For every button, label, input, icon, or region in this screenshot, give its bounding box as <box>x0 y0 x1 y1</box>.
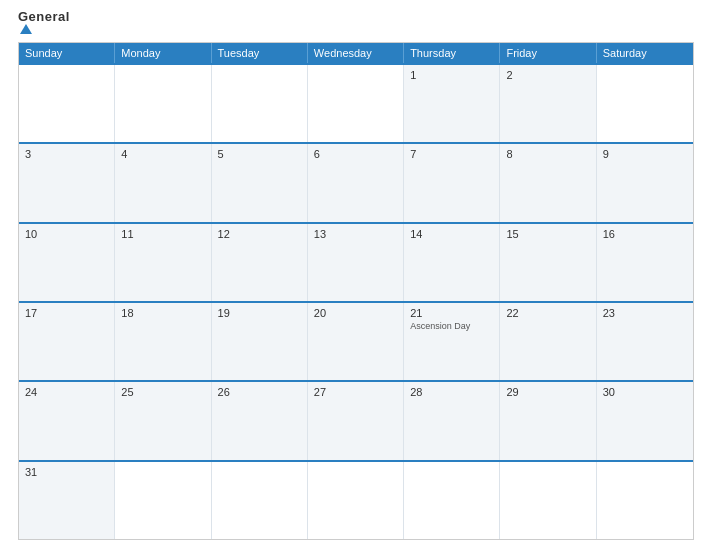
calendar-cell: 6 <box>308 144 404 221</box>
calendar-cell: 31 <box>19 462 115 539</box>
day-number: 1 <box>410 69 493 81</box>
calendar-cell: 17 <box>19 303 115 380</box>
logo: General <box>18 10 70 36</box>
day-number: 7 <box>410 148 493 160</box>
calendar-cell <box>212 65 308 142</box>
day-number: 2 <box>506 69 589 81</box>
day-number: 15 <box>506 228 589 240</box>
day-number: 4 <box>121 148 204 160</box>
calendar-week-1: 12 <box>19 63 693 142</box>
calendar-cell <box>500 462 596 539</box>
calendar-cell <box>404 462 500 539</box>
calendar-cell: 7 <box>404 144 500 221</box>
day-number: 8 <box>506 148 589 160</box>
calendar-grid: SundayMondayTuesdayWednesdayThursdayFrid… <box>18 42 694 540</box>
day-number: 30 <box>603 386 687 398</box>
day-number: 31 <box>25 466 108 478</box>
calendar-cell: 11 <box>115 224 211 301</box>
calendar-cell: 24 <box>19 382 115 459</box>
day-header-saturday: Saturday <box>597 43 693 63</box>
day-number: 21 <box>410 307 493 319</box>
calendar-cell <box>115 462 211 539</box>
day-header-thursday: Thursday <box>404 43 500 63</box>
calendar-cell: 20 <box>308 303 404 380</box>
calendar-cell: 23 <box>597 303 693 380</box>
calendar-week-5: 24252627282930 <box>19 380 693 459</box>
calendar-cell: 14 <box>404 224 500 301</box>
day-number: 25 <box>121 386 204 398</box>
calendar-header: SundayMondayTuesdayWednesdayThursdayFrid… <box>19 43 693 63</box>
day-number: 5 <box>218 148 301 160</box>
day-number: 23 <box>603 307 687 319</box>
calendar-cell <box>115 65 211 142</box>
day-number: 28 <box>410 386 493 398</box>
day-number: 11 <box>121 228 204 240</box>
day-number: 19 <box>218 307 301 319</box>
day-number: 24 <box>25 386 108 398</box>
day-header-monday: Monday <box>115 43 211 63</box>
calendar-cell: 22 <box>500 303 596 380</box>
calendar-cell: 19 <box>212 303 308 380</box>
logo-triangle-icon <box>20 24 32 34</box>
day-header-wednesday: Wednesday <box>308 43 404 63</box>
page-header: General <box>18 10 694 36</box>
calendar-cell <box>19 65 115 142</box>
day-number: 3 <box>25 148 108 160</box>
calendar-cell: 3 <box>19 144 115 221</box>
day-number: 6 <box>314 148 397 160</box>
calendar-cell: 28 <box>404 382 500 459</box>
calendar-cell <box>597 462 693 539</box>
day-header-friday: Friday <box>500 43 596 63</box>
calendar-week-4: 1718192021Ascension Day2223 <box>19 301 693 380</box>
calendar-cell: 30 <box>597 382 693 459</box>
calendar-cell: 12 <box>212 224 308 301</box>
calendar-page: General SundayMondayTuesdayWednesdayThur… <box>0 0 712 550</box>
day-number: 14 <box>410 228 493 240</box>
day-number: 29 <box>506 386 589 398</box>
calendar-cell: 5 <box>212 144 308 221</box>
calendar-cell: 4 <box>115 144 211 221</box>
calendar-cell <box>212 462 308 539</box>
calendar-cell: 2 <box>500 65 596 142</box>
calendar-cell: 8 <box>500 144 596 221</box>
day-number: 26 <box>218 386 301 398</box>
logo-general-text: General <box>18 10 70 23</box>
calendar-cell: 26 <box>212 382 308 459</box>
calendar-cell: 21Ascension Day <box>404 303 500 380</box>
day-number: 12 <box>218 228 301 240</box>
day-event: Ascension Day <box>410 321 493 332</box>
day-number: 17 <box>25 307 108 319</box>
day-number: 20 <box>314 307 397 319</box>
calendar-cell: 27 <box>308 382 404 459</box>
calendar-cell: 16 <box>597 224 693 301</box>
calendar-cell: 1 <box>404 65 500 142</box>
day-number: 10 <box>25 228 108 240</box>
calendar-cell <box>308 462 404 539</box>
day-number: 22 <box>506 307 589 319</box>
calendar-cell: 29 <box>500 382 596 459</box>
calendar-cell <box>308 65 404 142</box>
day-number: 18 <box>121 307 204 319</box>
day-header-sunday: Sunday <box>19 43 115 63</box>
day-number: 16 <box>603 228 687 240</box>
calendar-week-6: 31 <box>19 460 693 539</box>
calendar-week-3: 10111213141516 <box>19 222 693 301</box>
calendar-cell: 18 <box>115 303 211 380</box>
day-header-tuesday: Tuesday <box>212 43 308 63</box>
calendar-cell: 25 <box>115 382 211 459</box>
calendar-body: 123456789101112131415161718192021Ascensi… <box>19 63 693 539</box>
logo-blue-text <box>18 23 70 36</box>
calendar-cell: 10 <box>19 224 115 301</box>
calendar-week-2: 3456789 <box>19 142 693 221</box>
calendar-cell <box>597 65 693 142</box>
day-number: 27 <box>314 386 397 398</box>
calendar-cell: 9 <box>597 144 693 221</box>
day-number: 9 <box>603 148 687 160</box>
calendar-cell: 15 <box>500 224 596 301</box>
calendar-cell: 13 <box>308 224 404 301</box>
day-number: 13 <box>314 228 397 240</box>
